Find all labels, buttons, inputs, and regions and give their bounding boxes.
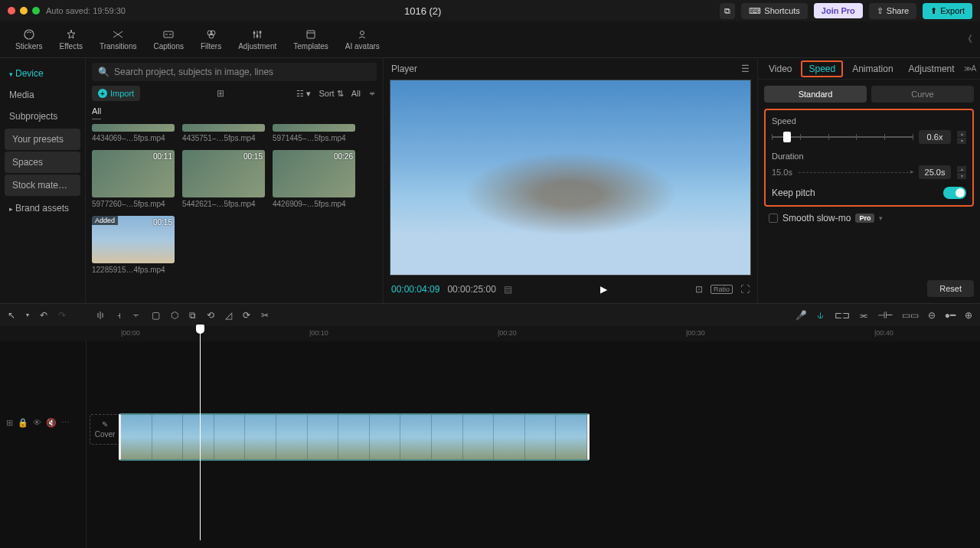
copy-tool[interactable]: ⧉: [189, 310, 196, 321]
close-window[interactable]: [8, 7, 15, 15]
keep-pitch-toggle[interactable]: [943, 187, 966, 199]
sidebar-item-stock[interactable]: Stock mate…: [5, 175, 80, 196]
cursor-tool[interactable]: ↖: [8, 310, 15, 321]
timeline-tracks[interactable]: ✎Cover 0.60x ▸: [87, 341, 980, 548]
scan-icon[interactable]: ⊡: [695, 284, 703, 295]
subtab-standard[interactable]: Standard: [764, 86, 867, 103]
export-button[interactable]: ⬆Export: [923, 3, 972, 19]
reset-button[interactable]: Reset: [927, 280, 974, 297]
trim-right-tool[interactable]: ⫟: [132, 310, 141, 321]
media-item[interactable]: 4434069–…5fps.mp4: [92, 124, 175, 142]
share-button[interactable]: ⇧Share: [869, 3, 916, 19]
cursor-dropdown[interactable]: ▾: [26, 312, 29, 318]
ai-avatars-tab[interactable]: AI avatars: [338, 27, 387, 52]
snap-tool[interactable]: ⫝: [816, 310, 825, 321]
sidebar-item-brand[interactable]: Brand assets: [0, 197, 85, 219]
speed-down[interactable]: ▾: [957, 138, 966, 144]
track-more-icon[interactable]: ⋯: [61, 418, 70, 428]
mic-icon[interactable]: 🎤: [795, 310, 807, 321]
timeline-body: ⊞ 🔒 👁 🔇 ⋯ ✎Cover 0.60x ▸: [0, 341, 980, 548]
ratio-button[interactable]: Ratio: [710, 285, 733, 294]
tab-speed[interactable]: Speed: [801, 60, 843, 77]
video-clip[interactable]: 0.60x ▸: [119, 413, 590, 461]
sidebar-item-subprojects[interactable]: Subprojects: [0, 106, 85, 127]
filter-all[interactable]: All: [351, 89, 361, 98]
tabs-more-icon[interactable]: ≫A: [964, 64, 977, 73]
sidebar-item-spaces[interactable]: Spaces: [5, 152, 80, 173]
zoom-slider[interactable]: ●━: [945, 310, 956, 321]
trim-left-tool[interactable]: ⫞: [116, 310, 121, 321]
magnet-tool[interactable]: ⫘: [859, 310, 868, 321]
zoom-out[interactable]: ⊖: [928, 310, 936, 321]
tab-animation[interactable]: Animation: [846, 60, 899, 77]
media-item[interactable]: 4435751–…5fps.mp4: [182, 124, 265, 142]
maximize-window[interactable]: [32, 7, 40, 15]
speed-slider[interactable]: [772, 136, 913, 138]
sidebar-item-device[interactable]: Device: [0, 63, 85, 84]
shield-tool[interactable]: ⬡: [171, 310, 178, 321]
track-eye-icon[interactable]: 👁: [33, 418, 41, 428]
media-tab-all[interactable]: All: [92, 106, 101, 119]
track-mute-icon[interactable]: 🔇: [46, 418, 57, 428]
subtab-curve[interactable]: Curve: [871, 86, 974, 103]
filter-icon[interactable]: ⫧: [368, 89, 377, 98]
import-button[interactable]: +Import: [92, 86, 140, 101]
transitions-tab[interactable]: Transitions: [92, 27, 145, 52]
dur-down[interactable]: ▾: [957, 173, 966, 179]
templates-tab[interactable]: Templates: [286, 27, 336, 52]
effects-tab[interactable]: Effects: [52, 27, 90, 52]
media-item[interactable]: 00:115977260–…5fps.mp4: [92, 150, 175, 208]
playhead[interactable]: [200, 326, 201, 540]
fullscreen-icon[interactable]: ⛶: [740, 284, 750, 295]
sidebar-item-presets[interactable]: Your presets: [5, 129, 80, 150]
crop2-tool[interactable]: ✂: [261, 310, 269, 321]
smooth-checkbox[interactable]: [769, 214, 778, 223]
svg-point-5: [253, 32, 256, 34]
minimize-window[interactable]: [20, 7, 28, 15]
crop-tool[interactable]: ▢: [152, 310, 160, 321]
stickers-tab[interactable]: Stickers: [8, 27, 51, 52]
join-pro-button[interactable]: Join Pro: [814, 3, 863, 18]
play-button[interactable]: ▶: [600, 284, 607, 295]
smooth-dropdown-icon[interactable]: ▾: [879, 214, 883, 222]
mirror-tool[interactable]: ◿: [225, 310, 232, 321]
grid-view-icon[interactable]: ⊞: [217, 88, 224, 99]
aspect-icon[interactable]: ⧉: [720, 3, 735, 19]
shortcuts-button[interactable]: ⌨Shortcuts: [741, 3, 807, 19]
speed-up[interactable]: ▴: [957, 131, 966, 137]
align-tool[interactable]: ⊣⊢: [877, 310, 893, 321]
duration-value[interactable]: 25.0s: [919, 165, 951, 179]
tab-video[interactable]: Video: [763, 60, 798, 77]
view-mode-icon[interactable]: ☷ ▾: [296, 89, 311, 99]
split-tool[interactable]: [95, 310, 106, 321]
quality-icon[interactable]: ▤: [504, 284, 512, 295]
player-menu-icon[interactable]: ☰: [741, 64, 750, 74]
player-viewport[interactable]: [390, 80, 751, 276]
tab-adjustment[interactable]: Adjustment: [903, 60, 961, 77]
adjustment-tab[interactable]: Adjustment: [230, 27, 284, 52]
sort-dropdown[interactable]: Sort ⇅: [319, 89, 344, 99]
track-add-icon[interactable]: ⊞: [6, 418, 13, 428]
zoom-in[interactable]: ⊕: [965, 310, 972, 321]
cover-button[interactable]: ✎Cover: [90, 414, 120, 445]
link-tool[interactable]: ⊏⊐: [835, 310, 850, 321]
track-lock-icon[interactable]: 🔒: [18, 418, 28, 428]
sidebar-item-media[interactable]: Media: [0, 84, 85, 106]
collapse-icon[interactable]: 《: [963, 33, 972, 46]
track-tool[interactable]: ▭▭: [902, 310, 919, 321]
media-item[interactable]: 00:264426909–…5fps.mp4: [273, 150, 355, 208]
timeline-ruler[interactable]: |00:00 |00:10 |00:20 |00:30 |00:40: [0, 326, 980, 341]
reverse-tool[interactable]: ⟲: [207, 310, 214, 321]
track-controls: ⊞ 🔒 👁 🔇 ⋯: [6, 418, 70, 428]
undo-button[interactable]: ↶: [40, 310, 47, 321]
media-item[interactable]: 00:155442621–…5fps.mp4: [182, 150, 265, 208]
speed-value[interactable]: 0.6x: [919, 130, 951, 144]
search-input[interactable]: 🔍Search project, subjects in image, line…: [92, 63, 377, 81]
dur-up[interactable]: ▴: [957, 166, 966, 172]
filters-tab[interactable]: Filters: [193, 27, 229, 52]
captions-tab[interactable]: Captions: [146, 27, 191, 52]
media-item[interactable]: 5971445–…5fps.mp4: [273, 124, 355, 142]
media-item[interactable]: Added00:1512285915…4fps.mp4: [92, 216, 175, 274]
redo-button[interactable]: ↷: [58, 310, 66, 321]
rotate-tool[interactable]: ⟳: [243, 310, 250, 321]
